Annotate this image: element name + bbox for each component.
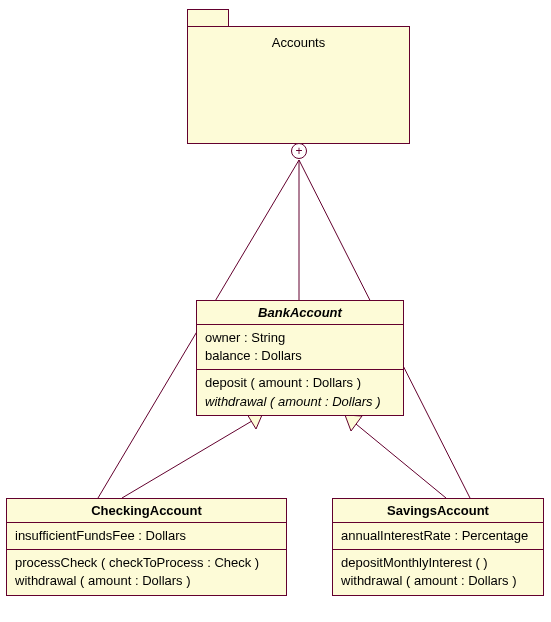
attributes-compartment: insufficientFundsFee : Dollars — [7, 523, 286, 550]
class-checkingaccount: CheckingAccount insufficientFundsFee : D… — [6, 498, 287, 596]
class-title: SavingsAccount — [333, 499, 543, 523]
class-bankaccount: BankAccount owner : String balance : Dol… — [196, 300, 404, 416]
package-accounts: Accounts — [187, 26, 410, 144]
attribute: annualInterestRate : Percentage — [341, 527, 535, 545]
attributes-compartment: annualInterestRate : Percentage — [333, 523, 543, 550]
operation: withdrawal ( amount : Dollars ) — [341, 572, 535, 590]
attribute: owner : String — [205, 329, 395, 347]
nesting-connector-icon: + — [291, 143, 307, 159]
attribute: insufficientFundsFee : Dollars — [15, 527, 278, 545]
operation: deposit ( amount : Dollars ) — [205, 374, 395, 392]
attribute: balance : Dollars — [205, 347, 395, 365]
class-savingsaccount: SavingsAccount annualInterestRate : Perc… — [332, 498, 544, 596]
svg-marker-4 — [247, 414, 262, 429]
class-title: BankAccount — [197, 301, 403, 325]
operations-compartment: depositMonthlyInterest ( ) withdrawal ( … — [333, 550, 543, 594]
operation: depositMonthlyInterest ( ) — [341, 554, 535, 572]
operation: withdrawal ( amount : Dollars ) — [205, 393, 395, 411]
operation: withdrawal ( amount : Dollars ) — [15, 572, 278, 590]
operations-compartment: processCheck ( checkToProcess : Check ) … — [7, 550, 286, 594]
svg-marker-6 — [345, 415, 362, 431]
package-tab — [187, 9, 229, 27]
operations-compartment: deposit ( amount : Dollars ) withdrawal … — [197, 370, 403, 414]
package-title: Accounts — [188, 27, 409, 54]
svg-line-3 — [122, 415, 262, 498]
class-title: CheckingAccount — [7, 499, 286, 523]
svg-line-5 — [345, 415, 446, 498]
attributes-compartment: owner : String balance : Dollars — [197, 325, 403, 370]
operation: processCheck ( checkToProcess : Check ) — [15, 554, 278, 572]
